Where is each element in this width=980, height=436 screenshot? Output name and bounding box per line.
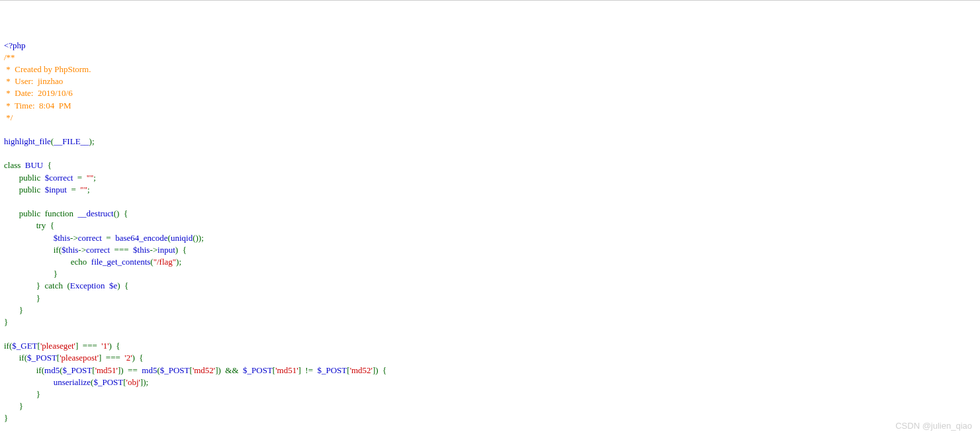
prop-correct: correct — [86, 245, 114, 255]
brace: } — [4, 401, 23, 411]
comment-line: * Created by PhpStorm. — [4, 64, 91, 74]
func-unserialize: unserialize — [54, 377, 91, 387]
str-empty: "" — [80, 185, 87, 195]
eq3: ] === — [75, 341, 101, 351]
arrow: -> — [78, 245, 86, 255]
brace: } — [4, 317, 8, 327]
func-md5: md5 — [142, 365, 157, 375]
close-brace: ]) { — [373, 365, 386, 375]
func-fgc: file_get_contents — [91, 257, 151, 267]
eq: = — [77, 173, 87, 183]
brace: } — [4, 413, 8, 423]
prop-correct: correct — [78, 233, 107, 243]
str-empty: "" — [87, 173, 94, 183]
var-this: $this — [62, 245, 78, 255]
str-pleaseget: 'pleaseget' — [40, 341, 75, 351]
var-post: $_POST — [160, 365, 190, 375]
str-obj: 'obj' — [126, 377, 140, 387]
semi: ; — [87, 185, 90, 195]
comment-line: * Date: 2019/10/6 — [4, 88, 73, 98]
str-md52: 'md52' — [350, 365, 373, 375]
paren-brace: () { — [114, 208, 128, 218]
kw-if: if( — [4, 245, 62, 255]
kw-public: public — [4, 185, 45, 195]
close-eq: ]) == — [118, 365, 142, 375]
func-destruct: __destruct — [78, 208, 114, 218]
class-name: BUU — [25, 160, 48, 170]
kw-catch: } catch ( — [4, 281, 70, 290]
eq3: === — [114, 245, 134, 255]
close-brace: ) { — [132, 353, 144, 363]
str-md51: 'md51' — [275, 365, 298, 375]
kw-class: class — [4, 160, 25, 170]
close: ); — [176, 257, 181, 267]
close-brace: ) { — [117, 281, 128, 290]
brace: } — [4, 293, 40, 303]
kw-public-function: public function — [4, 208, 78, 218]
brace: } — [4, 389, 40, 399]
var-post: $_POST — [63, 365, 93, 375]
close-ne: ] != — [298, 365, 318, 375]
comment-line: /** — [4, 52, 15, 62]
kw-if: if( — [4, 353, 27, 363]
var-this: $this — [133, 245, 150, 255]
watermark: CSDN @julien_qiao — [895, 420, 972, 432]
kw-try: try { — [4, 220, 54, 230]
prop-input: input — [157, 245, 175, 255]
str-md51: 'md51' — [95, 365, 118, 375]
func-highlight: highlight_file — [4, 136, 51, 146]
comment-line: * User: jinzhao — [4, 76, 63, 86]
str-md52: 'md52' — [193, 365, 215, 375]
comment-line: */ — [4, 112, 13, 122]
func-md5: md5 — [44, 365, 60, 375]
str-2: '2' — [124, 353, 132, 363]
semi: ; — [93, 173, 96, 183]
close-and: ]) && — [215, 365, 243, 375]
arrow: -> — [70, 233, 78, 243]
str-pleasepost: 'pleasepost' — [60, 353, 99, 363]
close: ()); — [193, 233, 204, 243]
var-post: $_POST — [243, 365, 273, 375]
exception: Exception $e — [70, 281, 117, 290]
var-this: $this — [54, 233, 70, 243]
kw-echo: echo — [4, 257, 91, 267]
eq: = — [71, 185, 80, 195]
eq3: ] === — [99, 353, 124, 363]
code-token: <?php — [4, 40, 26, 50]
arrow: -> — [150, 245, 157, 255]
var-get: $_GET — [12, 341, 37, 351]
kw-if: if( — [4, 365, 44, 375]
str-1: '1' — [101, 341, 109, 351]
paren: ); — [89, 136, 95, 146]
brace: } — [4, 269, 58, 279]
func-uniqid: uniqid — [171, 233, 193, 243]
func-base64: base64_encode — [115, 233, 167, 243]
brace: { — [48, 160, 52, 170]
var-input: $input — [45, 185, 71, 195]
comment-line: * Time: 8:04 PM — [4, 101, 71, 110]
var-post: $_POST — [93, 377, 123, 387]
var-post: $_POST — [27, 353, 57, 363]
str-flag: "/flag" — [154, 257, 176, 267]
indent — [4, 233, 54, 243]
close: ]); — [140, 377, 148, 387]
var-post: $_POST — [318, 365, 347, 375]
kw-public: public — [4, 173, 45, 183]
indent — [4, 377, 54, 387]
close-brace: ) { — [109, 341, 120, 351]
const-file: __FILE__ — [54, 136, 89, 146]
code-block: <?php /** * Created by PhpStorm. * User:… — [4, 40, 976, 425]
close-brace: ) { — [175, 245, 187, 255]
brace: } — [4, 305, 23, 315]
kw-if: if( — [4, 341, 12, 351]
eq: = — [106, 233, 115, 243]
var-correct: $correct — [45, 173, 77, 183]
